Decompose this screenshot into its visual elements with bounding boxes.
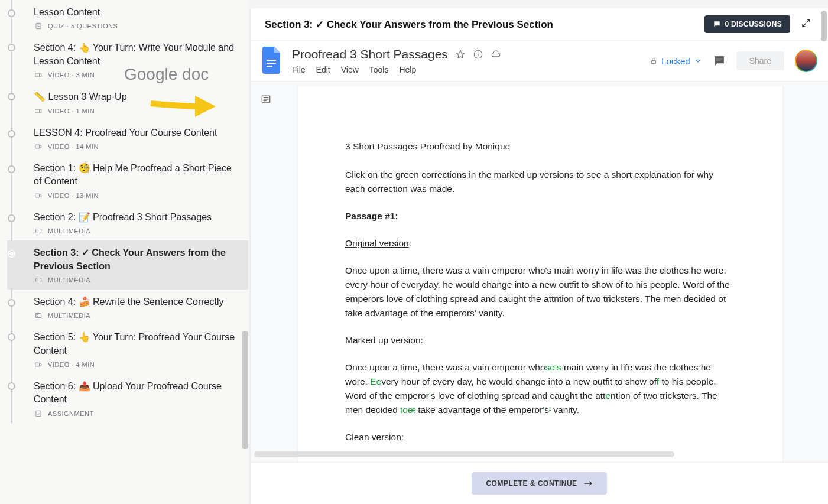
passage-label: Passage #1: [345, 211, 398, 221]
multimedia-icon [34, 312, 43, 319]
doc-menu-bar: FileEditViewToolsHelp [292, 65, 640, 74]
sidebar-item-1[interactable]: Section 4: 👆 Your Turn: Write Your Modul… [7, 35, 248, 84]
original-version-block: Original version: [345, 236, 735, 251]
original-version-text: Once upon a time, there was a vain emper… [345, 264, 735, 320]
doc-menu-file[interactable]: File [292, 65, 306, 74]
svg-rect-3 [35, 73, 40, 77]
sidebar-item-7[interactable]: Section 4: 🍰 Rewrite the Sentence Correc… [7, 290, 248, 325]
marked-version-block: Marked up version: [345, 333, 735, 347]
discussions-button[interactable]: 0 DISCUSSIONS [704, 15, 790, 33]
svg-rect-0 [36, 24, 41, 29]
sidebar-item-title: Section 3: ✓ Check Your Answers from the… [34, 246, 236, 273]
video-icon [34, 143, 43, 150]
info-button[interactable] [473, 49, 483, 60]
video-icon [34, 192, 43, 199]
progress-circle [8, 214, 15, 222]
svg-rect-14 [36, 411, 41, 416]
svg-rect-16 [267, 63, 276, 64]
progress-circle [8, 250, 15, 258]
lock-icon [650, 57, 658, 65]
doc-body: 3 Short Passages Proofread by Monique Cl… [251, 81, 828, 462]
doc-page[interactable]: 3 Short Passages Proofread by Monique Cl… [298, 86, 782, 462]
sidebar-item-meta: VIDEO · 14 MIN [34, 143, 236, 150]
svg-rect-21 [652, 60, 656, 63]
marked-version-label: Marked up version [345, 335, 421, 345]
expand-icon [801, 18, 811, 28]
cloud-button[interactable] [491, 49, 501, 60]
svg-rect-5 [35, 145, 40, 148]
doc-intro: Click on the green corrections in the ma… [345, 168, 735, 196]
assignment-icon [34, 410, 43, 417]
comments-button[interactable] [713, 54, 726, 67]
svg-rect-6 [35, 194, 40, 197]
user-avatar[interactable] [795, 50, 817, 72]
progress-circle [8, 333, 15, 341]
chevron-down-icon [694, 57, 702, 65]
quiz-icon [34, 22, 43, 30]
progress-circle [8, 382, 15, 390]
sidebar-item-meta: VIDEO · 4 MIN [34, 361, 236, 368]
discussions-label: 0 DISCUSSIONS [725, 20, 782, 28]
arrow-right-icon [583, 480, 593, 487]
main-content: Section 3: ✓ Check Your Answers from the… [251, 8, 828, 504]
doc-menu-tools[interactable]: Tools [369, 65, 389, 74]
sidebar-item-2[interactable]: 📏 Lesson 3 Wrap-UpVIDEO · 1 MIN [7, 84, 248, 120]
sidebar-item-title: Section 2: 📝 Proofread 3 Short Passages [34, 211, 236, 224]
sidebar-item-title: 📏 Lesson 3 Wrap-Up [34, 90, 236, 103]
content-footer: COMPLETE & CONTINUE [251, 462, 828, 504]
sidebar-item-title: Section 5: 👆 Your Turn: Proofread Your C… [34, 331, 236, 357]
outline-toggle[interactable] [260, 93, 272, 108]
doc-topbar: Proofread 3 Short Passages FileEditViewT… [251, 41, 828, 75]
sidebar-item-title: Lesson Content [34, 6, 236, 19]
svg-rect-10 [37, 279, 38, 281]
multimedia-icon [34, 227, 43, 235]
continue-label: COMPLETE & CONTINUE [486, 479, 577, 487]
sidebar-item-5[interactable]: Section 2: 📝 Proofread 3 Short PassagesM… [7, 205, 248, 240]
locked-dropdown[interactable]: Locked [650, 56, 702, 66]
progress-circle [8, 130, 15, 138]
sidebar-item-title: Section 4: 🍰 Rewrite the Sentence Correc… [34, 295, 236, 308]
doc-menu-edit[interactable]: Edit [316, 65, 330, 74]
svg-rect-23 [716, 60, 720, 61]
progress-circle [8, 93, 15, 100]
share-button[interactable]: Share [736, 51, 784, 70]
doc-menu-view[interactable]: View [341, 65, 359, 74]
svg-rect-12 [37, 315, 38, 317]
video-icon [34, 108, 43, 115]
sidebar-item-title: Section 6: 📤 Upload Your Proofread Cours… [34, 380, 236, 407]
expand-button[interactable] [798, 15, 814, 33]
sidebar-item-title: Section 1: 🧐 Help Me Proofread a Short P… [34, 162, 236, 188]
original-version-label: Original version [345, 238, 409, 248]
marked-version-text: Once upon a time, there was a vain emper… [345, 360, 735, 417]
sidebar-item-6[interactable]: Section 3: ✓ Check Your Answers from the… [7, 240, 248, 290]
locked-label: Locked [661, 56, 690, 66]
sidebar-item-9[interactable]: Section 6: 📤 Upload Your Proofread Cours… [7, 374, 248, 423]
clean-version-block: Clean version: [345, 430, 735, 444]
clean-version-label: Clean version [345, 432, 401, 442]
doc-title[interactable]: Proofread 3 Short Passages [292, 47, 448, 61]
star-button[interactable] [455, 49, 466, 60]
doc-menu-help[interactable]: Help [399, 65, 416, 74]
sidebar-item-meta: VIDEO · 3 MIN [34, 71, 236, 79]
sidebar-item-3[interactable]: LESSON 4: Proofread Your Course ContentV… [7, 121, 248, 156]
svg-rect-8 [37, 230, 38, 232]
sidebar-item-meta: MULTIMEDIA [34, 312, 236, 319]
progress-circle [8, 299, 15, 307]
svg-rect-17 [267, 66, 272, 67]
content-header: Section 3: ✓ Check Your Answers from the… [251, 8, 828, 41]
svg-rect-13 [35, 363, 40, 366]
doc-horizontal-scrollbar[interactable] [254, 451, 674, 457]
sidebar-item-meta: QUIZ · 5 QUESTIONS [34, 22, 236, 30]
svg-rect-4 [35, 109, 40, 113]
complete-continue-button[interactable]: COMPLETE & CONTINUE [472, 472, 606, 495]
sidebar-item-4[interactable]: Section 1: 🧐 Help Me Proofread a Short P… [7, 156, 248, 205]
sidebar-item-title: LESSON 4: Proofread Your Course Content [34, 126, 236, 139]
main-scrollbar[interactable] [821, 11, 827, 41]
doc-heading: 3 Short Passages Proofread by Monique [345, 139, 735, 154]
sidebar-scrollbar[interactable] [242, 331, 248, 449]
progress-circle [8, 165, 15, 173]
sidebar-item-0[interactable]: Lesson ContentQUIZ · 5 QUESTIONS [7, 0, 248, 35]
sidebar-item-title: Section 4: 👆 Your Turn: Write Your Modul… [34, 41, 236, 68]
svg-rect-22 [716, 58, 722, 59]
sidebar-item-8[interactable]: Section 5: 👆 Your Turn: Proofread Your C… [7, 325, 248, 374]
